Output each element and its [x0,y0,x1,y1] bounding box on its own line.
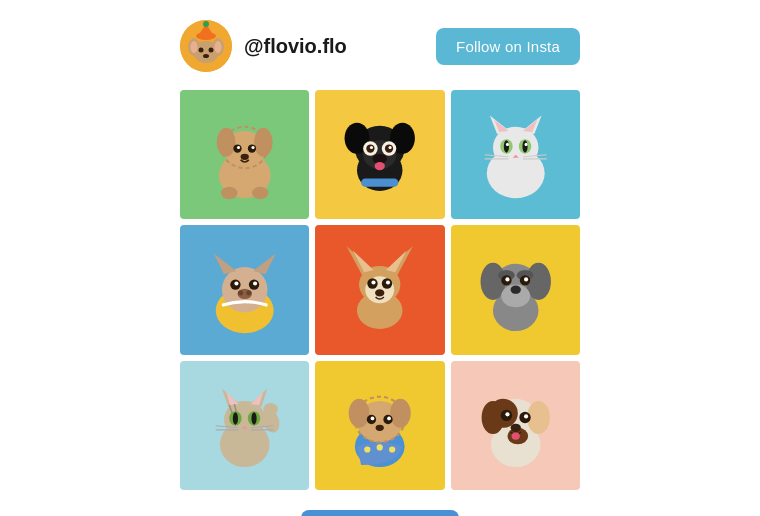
grid-item-8[interactable] [315,361,444,490]
svg-point-8 [203,54,209,58]
page-container: @flovio.flo Follow on Insta [170,0,590,516]
grid-item-4[interactable] [180,225,309,354]
pet-photo-4 [180,225,309,354]
grid-item-6[interactable] [451,225,580,354]
pet-photo-5 [315,225,444,354]
svg-point-131 [505,412,509,416]
svg-point-16 [254,128,273,157]
svg-point-66 [246,291,251,296]
svg-point-122 [376,424,384,430]
svg-point-5 [215,41,222,53]
svg-point-113 [389,446,395,452]
svg-marker-58 [253,254,276,275]
svg-point-22 [221,187,238,199]
svg-point-6 [199,48,204,53]
svg-point-78 [375,289,384,296]
svg-point-132 [524,414,528,418]
svg-point-23 [252,187,269,199]
svg-point-117 [390,398,411,427]
svg-point-116 [349,398,370,427]
svg-point-90 [510,286,520,294]
svg-point-33 [370,146,373,149]
svg-point-46 [503,140,508,152]
svg-point-36 [375,162,385,170]
grid-item-3[interactable] [451,90,580,219]
grid-item-9[interactable] [451,361,580,490]
svg-point-49 [524,143,527,146]
grid-item-2[interactable] [315,90,444,219]
follow-instagram-button[interactable]: Follow on Insta [436,28,580,65]
pet-photo-6 [451,225,580,354]
svg-point-34 [389,146,392,149]
load-more-button[interactable]: Load more [301,510,459,516]
pet-photo-3 [451,90,580,219]
svg-point-127 [481,400,504,433]
pet-photo-7 [180,361,309,490]
avatar [180,20,232,72]
photo-grid [170,90,590,490]
pet-photo-2 [315,90,444,219]
svg-point-19 [237,146,240,149]
svg-rect-37 [361,178,398,186]
svg-point-7 [209,48,214,53]
svg-point-21 [241,154,249,160]
svg-point-104 [251,412,256,424]
svg-point-111 [364,446,370,452]
pet-photo-1 [180,90,309,219]
svg-point-77 [386,281,390,285]
profile-header: @flovio.flo Follow on Insta [170,20,590,72]
svg-point-134 [511,432,519,439]
pet-photo-9 [451,361,580,490]
svg-point-103 [233,412,238,424]
grid-item-1[interactable] [180,90,309,219]
svg-point-47 [522,140,527,152]
svg-point-120 [371,416,375,420]
pet-photo-8 [315,361,444,490]
profile-section: @flovio.flo [180,20,347,72]
svg-point-133 [510,423,520,431]
svg-point-4 [191,41,198,53]
svg-point-62 [234,282,238,286]
svg-point-48 [505,143,508,146]
svg-point-112 [377,444,383,450]
svg-point-94 [263,403,277,415]
svg-point-87 [505,278,509,282]
grid-item-7[interactable] [180,361,309,490]
grid-item-5[interactable] [315,225,444,354]
svg-marker-57 [214,254,237,275]
svg-point-88 [524,278,528,282]
svg-point-76 [372,281,376,285]
svg-point-20 [251,146,254,149]
svg-point-121 [387,416,391,420]
username-label: @flovio.flo [244,35,347,58]
svg-point-63 [253,282,257,286]
svg-point-65 [238,291,243,296]
svg-point-15 [217,128,236,157]
load-more-section: Load more [170,510,590,516]
svg-point-11 [203,21,209,27]
